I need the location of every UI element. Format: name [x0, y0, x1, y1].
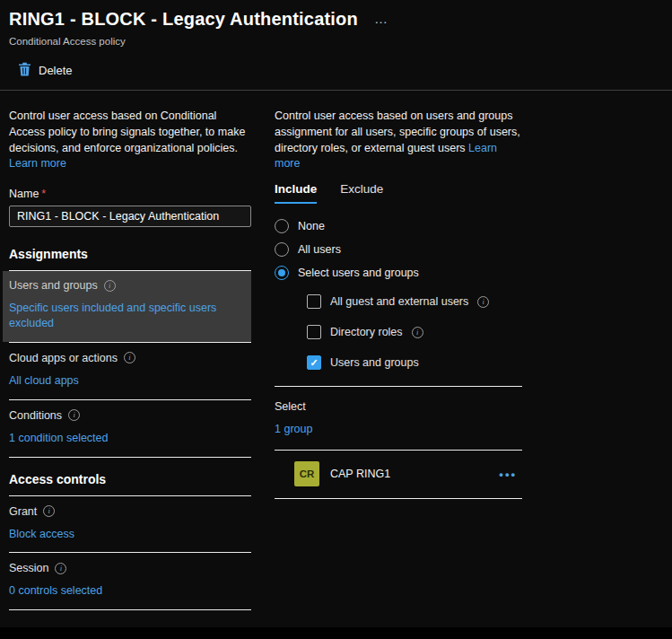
divider — [9, 457, 251, 458]
users-groups-panel: Control user access based on users and g… — [275, 109, 522, 610]
delete-button[interactable]: Delete — [18, 62, 73, 79]
policy-description-text: Control user access based on Conditional… — [9, 109, 245, 154]
select-label: Select — [275, 400, 522, 413]
panel-description: Control user access based on users and g… — [275, 109, 522, 172]
tab-include[interactable]: Include — [275, 182, 317, 204]
group-name: CAP RING1 — [330, 468, 390, 480]
access-controls-header: Access controls — [9, 472, 251, 495]
group-avatar: CR — [294, 461, 319, 486]
radio-none[interactable]: None — [275, 219, 522, 233]
bottom-bar — [0, 627, 672, 639]
radio-select-users-groups-label: Select users and groups — [298, 267, 419, 279]
radio-select-users-groups[interactable]: Select users and groups — [275, 266, 522, 280]
command-bar: Delete — [0, 47, 672, 90]
page-header: RING1 - BLOCK - Legacy Authentication … … — [0, 0, 672, 47]
info-icon[interactable]: i — [68, 409, 80, 421]
session-label: Session — [9, 562, 48, 574]
session-item[interactable]: Session i 0 controls selected — [9, 553, 251, 609]
users-and-groups-label: Users and groups — [9, 279, 98, 292]
required-asterisk: * — [41, 188, 46, 200]
users-and-groups-value-link[interactable]: Specific users included and specific use… — [9, 301, 244, 331]
selected-groups-link[interactable]: 1 group — [275, 423, 522, 435]
policy-summary-panel: Control user access based on Conditional… — [9, 109, 251, 610]
session-value-link[interactable]: 0 controls selected — [9, 583, 249, 599]
cloud-apps-value-link[interactable]: All cloud apps — [9, 373, 249, 389]
divider — [275, 386, 522, 387]
info-icon[interactable]: i — [104, 280, 116, 292]
checkbox-checked-icon[interactable]: ✓ — [307, 355, 321, 370]
info-icon[interactable]: i — [477, 296, 489, 308]
conditions-value-link[interactable]: 1 condition selected — [9, 431, 249, 446]
checkbox-directory-roles[interactable]: Directory roles i — [307, 325, 522, 339]
learn-more-link[interactable]: Learn more — [9, 157, 66, 170]
checkbox-users-groups[interactable]: ✓ Users and groups — [307, 355, 522, 370]
more-options-icon[interactable]: … — [374, 11, 388, 26]
select-options: All guest and external users i Directory… — [307, 294, 522, 370]
radio-icon[interactable] — [275, 242, 289, 257]
group-more-options-icon[interactable]: ••• — [499, 468, 517, 481]
checkbox-directory-roles-label: Directory roles — [330, 326, 403, 338]
checkbox-users-groups-label: Users and groups — [330, 356, 419, 369]
info-icon[interactable]: i — [124, 352, 135, 363]
delete-icon — [18, 62, 31, 79]
info-icon[interactable]: i — [412, 327, 423, 338]
checkbox-icon[interactable] — [307, 325, 321, 339]
page-subtitle: Conditional Access policy — [9, 36, 661, 47]
name-label: Name* — [9, 188, 251, 200]
page-title: RING1 - BLOCK - Legacy Authentication — [9, 9, 358, 30]
divider — [275, 498, 522, 499]
conditions-label: Conditions — [9, 409, 62, 422]
name-label-text: Name — [9, 188, 39, 200]
checkbox-guest-external-users[interactable]: All guest and external users i — [307, 294, 522, 309]
delete-button-label: Delete — [39, 64, 73, 77]
cloud-apps-item[interactable]: Cloud apps or actions i All cloud apps — [9, 343, 251, 399]
info-icon[interactable]: i — [55, 563, 66, 574]
radio-selected-icon[interactable] — [275, 266, 289, 280]
assignments-header: Assignments — [9, 247, 251, 270]
include-options: None All users Select users and groups — [275, 219, 522, 280]
radio-none-label: None — [298, 220, 325, 232]
checkbox-guest-external-label: All guest and external users — [330, 295, 468, 308]
grant-value-link[interactable]: Block access — [9, 527, 249, 542]
divider — [9, 609, 251, 610]
tab-exclude[interactable]: Exclude — [340, 182, 383, 204]
checkbox-icon[interactable] — [307, 294, 321, 309]
grant-item[interactable]: Grant i Block access — [9, 496, 251, 553]
users-and-groups-item[interactable]: Users and groups i Specific users includ… — [3, 271, 251, 342]
info-icon[interactable]: i — [43, 505, 55, 517]
policy-name-input[interactable] — [9, 206, 251, 227]
cloud-apps-label: Cloud apps or actions — [9, 352, 118, 364]
policy-description: Control user access based on Conditional… — [9, 109, 251, 172]
grant-label: Grant — [9, 505, 37, 518]
radio-all-users[interactable]: All users — [275, 242, 522, 257]
radio-icon[interactable] — [275, 219, 289, 233]
include-exclude-tabs: Include Exclude — [275, 182, 522, 205]
radio-all-users-label: All users — [298, 243, 341, 256]
selected-group-row[interactable]: CR CAP RING1 ••• — [275, 451, 522, 498]
conditions-item[interactable]: Conditions i 1 condition selected — [9, 400, 251, 457]
